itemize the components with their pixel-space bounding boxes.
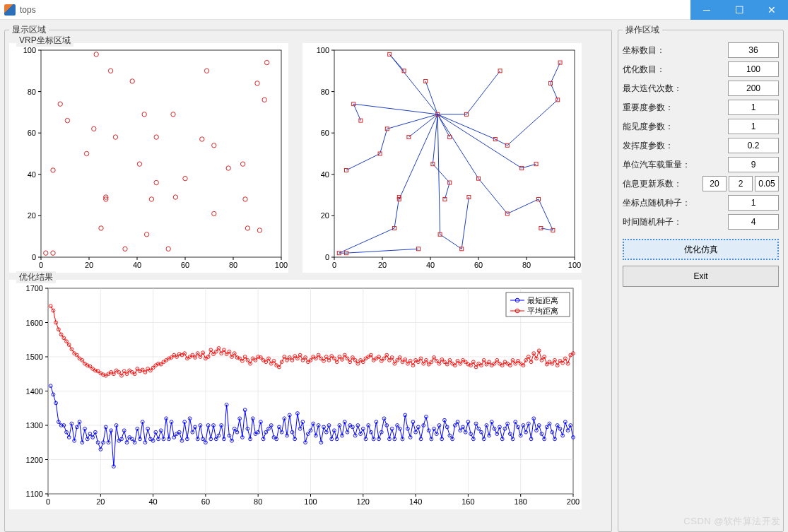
visibility-label: 能见度参数： xyxy=(623,121,700,133)
svg-text:40: 40 xyxy=(133,261,141,269)
svg-text:0: 0 xyxy=(32,253,36,261)
svg-text:40: 40 xyxy=(28,170,36,179)
coord-count-input[interactable] xyxy=(728,42,779,58)
opt-count-input[interactable] xyxy=(728,61,779,77)
svg-text:40: 40 xyxy=(148,497,157,506)
play-label: 发挥度参数： xyxy=(623,140,700,152)
svg-text:60: 60 xyxy=(28,129,36,137)
app-logo-icon xyxy=(4,4,16,16)
svg-text:0: 0 xyxy=(325,253,329,261)
svg-text:1200: 1200 xyxy=(26,456,43,464)
coord-seed-input[interactable] xyxy=(728,195,779,211)
info-update-input-3[interactable] xyxy=(755,176,779,191)
time-seed-input[interactable] xyxy=(728,214,779,230)
svg-text:100: 100 xyxy=(304,497,317,506)
info-update-input-1[interactable] xyxy=(702,176,727,191)
close-button[interactable]: ✕ xyxy=(755,0,788,20)
svg-text:60: 60 xyxy=(474,261,483,269)
svg-text:20: 20 xyxy=(96,497,105,506)
svg-text:40: 40 xyxy=(321,170,329,179)
svg-text:100: 100 xyxy=(317,46,329,54)
svg-rect-62 xyxy=(334,50,575,257)
control-area-title: 操作区域 xyxy=(623,24,662,36)
max-iter-input[interactable] xyxy=(728,81,779,96)
svg-text:20: 20 xyxy=(28,211,36,220)
importance-input[interactable] xyxy=(728,100,779,115)
svg-text:100: 100 xyxy=(568,261,581,269)
svg-text:100: 100 xyxy=(275,261,288,269)
svg-text:80: 80 xyxy=(522,261,531,269)
info-update-label: 信息更新系数： xyxy=(623,178,700,190)
svg-text:200: 200 xyxy=(567,497,580,506)
convergence-chart: 0204060801001201401601802001100120013001… xyxy=(9,280,582,509)
maximize-button[interactable]: ☐ xyxy=(723,0,755,20)
exit-button[interactable]: Exit xyxy=(623,266,779,287)
titlebar: tops ─ ☐ ✕ xyxy=(0,0,788,20)
max-iter-label: 最大迭代次数： xyxy=(623,83,700,95)
info-update-input-2[interactable] xyxy=(729,176,753,191)
svg-text:1700: 1700 xyxy=(26,284,43,292)
svg-text:0: 0 xyxy=(332,261,336,269)
svg-text:20: 20 xyxy=(321,211,329,220)
display-area-panel: 显示区域 VRP坐标区域 020406080100020406080100 02… xyxy=(4,24,612,532)
svg-text:60: 60 xyxy=(201,497,210,506)
optimize-button[interactable]: 优化仿真 xyxy=(623,239,779,260)
svg-text:20: 20 xyxy=(85,261,93,269)
visibility-input[interactable] xyxy=(728,119,779,134)
minimize-button[interactable]: ─ xyxy=(690,0,723,20)
svg-text:平均距离: 平均距离 xyxy=(527,307,558,315)
svg-text:0: 0 xyxy=(46,497,50,506)
svg-text:1600: 1600 xyxy=(26,319,43,327)
svg-text:80: 80 xyxy=(321,88,329,96)
svg-text:1400: 1400 xyxy=(26,387,43,396)
svg-rect-0 xyxy=(41,50,281,257)
capacity-input[interactable] xyxy=(728,157,779,172)
svg-text:1500: 1500 xyxy=(26,353,43,361)
svg-text:180: 180 xyxy=(514,497,527,506)
svg-text:120: 120 xyxy=(357,497,370,506)
time-seed-label: 时间随机种子： xyxy=(623,216,700,228)
svg-text:0: 0 xyxy=(39,261,43,269)
svg-text:100: 100 xyxy=(23,46,36,54)
svg-text:80: 80 xyxy=(229,261,237,269)
coord-seed-label: 坐标点随机种子： xyxy=(623,197,700,209)
opt-result-title: 优化结果 xyxy=(16,271,56,283)
play-input[interactable] xyxy=(728,138,779,153)
vrp-routes-chart: 020406080100020406080100 xyxy=(302,43,582,273)
svg-text:80: 80 xyxy=(254,497,262,506)
svg-text:80: 80 xyxy=(28,88,36,96)
svg-text:140: 140 xyxy=(409,497,422,506)
opt-count-label: 优化数目： xyxy=(623,64,700,76)
svg-text:1300: 1300 xyxy=(26,421,43,430)
svg-text:1100: 1100 xyxy=(26,490,43,498)
svg-text:60: 60 xyxy=(181,261,189,269)
coord-count-label: 坐标数目： xyxy=(623,45,700,57)
window-title: tops xyxy=(20,5,36,15)
svg-text:160: 160 xyxy=(461,497,474,506)
vrp-scatter-chart: 020406080100020406080100 xyxy=(9,43,288,273)
vrp-area-title: VRP坐标区域 xyxy=(16,35,73,47)
capacity-label: 单位汽车载重量： xyxy=(623,159,700,171)
control-area-panel: 操作区域 坐标数目： 优化数目： 最大迭代次数： 重要度参数： 能见度参数： 发… xyxy=(618,24,784,532)
svg-text:20: 20 xyxy=(378,261,387,269)
svg-text:60: 60 xyxy=(321,129,329,137)
importance-label: 重要度参数： xyxy=(623,102,700,114)
svg-text:40: 40 xyxy=(426,261,435,269)
svg-text:最短距离: 最短距离 xyxy=(527,296,558,305)
